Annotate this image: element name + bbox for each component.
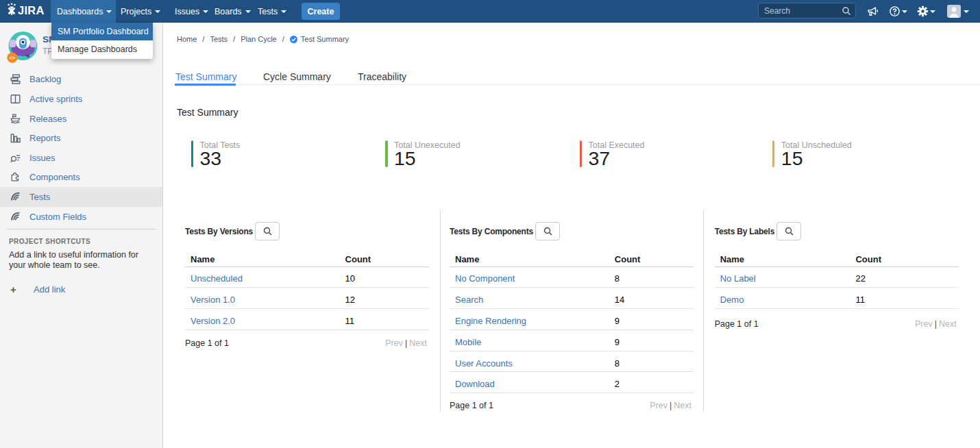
svg-text:<>: <> — [10, 55, 15, 60]
